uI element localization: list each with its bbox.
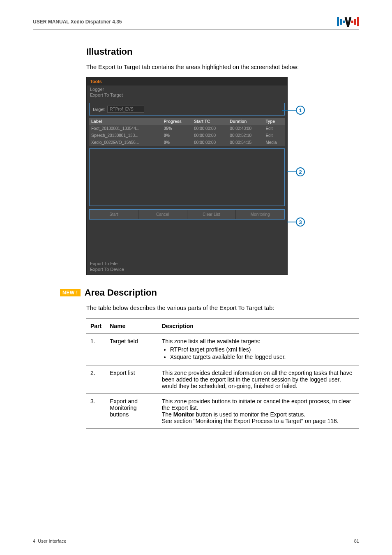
col-duration: Duration: [228, 118, 263, 125]
cell-label: Xedio_0022EVO_15h56...: [89, 139, 161, 146]
desc-line: The: [162, 411, 173, 418]
desc-col-name: Name: [106, 318, 158, 333]
monitor-strong: Monitor: [173, 411, 194, 418]
callout-3-number: 3: [296, 217, 305, 227]
table-row[interactable]: Foot_20130801_133544...35%00:00:00:0000:…: [89, 125, 285, 132]
col-type: Type: [263, 118, 285, 125]
target-label: Target: [92, 107, 105, 112]
table-row[interactable]: Speech_20130801_133...0%00:00:00:0000:02…: [89, 132, 285, 139]
cell-name: Export list: [106, 365, 158, 393]
svg-rect-1: [340, 19, 342, 25]
cell-duration: 00:02:52:10: [228, 132, 263, 139]
page-footer: 4. User Interface 81: [33, 539, 359, 543]
col-label: Label: [89, 118, 161, 125]
area-description-table: Part Name Description 1. Target field Th…: [86, 318, 359, 429]
desc-col-part: Part: [86, 318, 106, 333]
footer-left: 4. User Interface: [33, 539, 66, 543]
svg-rect-0: [337, 17, 339, 26]
cell-duration: 00:02:43:00: [228, 125, 263, 132]
callout-3: 3: [287, 217, 305, 227]
table-row: 3. Export and Monitoring buttons This zo…: [86, 393, 359, 428]
panel-export-to-device[interactable]: Export To Device: [90, 266, 284, 272]
cell-progress: 0%: [161, 132, 192, 139]
export-list-table: Label Progress Start TC Duration Type Fo…: [89, 118, 285, 146]
cell-desc: This zone lists all the available target…: [158, 333, 359, 365]
svg-rect-5: [357, 17, 359, 26]
cell-start: 00:00:00:00: [192, 132, 228, 139]
callout-2: 2: [287, 167, 305, 176]
cell-part: 3.: [86, 393, 106, 428]
footer-right: 81: [354, 539, 359, 543]
callout-1: 1: [282, 106, 305, 115]
table-row[interactable]: Xedio_0022EVO_15h56...0%00:00:00:0000:00…: [89, 139, 285, 146]
target-dropdown[interactable]: RTProf_EVS: [107, 106, 144, 113]
cell-desc: This zone provides buttons to initiate o…: [158, 393, 359, 428]
col-starttc: Start TC: [192, 118, 228, 125]
cell-label: Foot_20130801_133544...: [89, 125, 161, 132]
col-progress: Progress: [161, 118, 192, 125]
header-title: USER MANUAL Xedio Dispatcher 4.35: [33, 19, 122, 25]
clear-list-button[interactable]: Clear List: [187, 210, 236, 219]
cell-start: 00:00:00:00: [192, 125, 228, 132]
table-row: 1. Target field This zone lists all the …: [86, 333, 359, 365]
area-description-intro: The table below describes the various pa…: [86, 304, 359, 312]
svg-rect-2: [343, 21, 345, 23]
cell-start: 00:00:00:00: [192, 139, 228, 146]
target-field-section: Target RTProf_EVS: [89, 103, 285, 116]
callout-1-number: 1: [296, 106, 305, 115]
panel-export-to-file[interactable]: Export To File: [90, 261, 284, 266]
svg-rect-4: [354, 19, 356, 25]
desc-line: button is used to monitor the Export sta…: [194, 411, 305, 418]
new-badge: NEW !: [60, 289, 81, 296]
cell-part: 1.: [86, 333, 106, 365]
evs-logo: [337, 16, 359, 27]
export-list-area: [89, 148, 285, 206]
illustration-intro: The Export to Target tab contains the ar…: [86, 63, 359, 71]
start-button[interactable]: Start: [90, 210, 138, 219]
cell-progress: 0%: [161, 139, 192, 146]
illustration-heading: Illustration: [86, 46, 359, 57]
cell-duration: 00:00:54:15: [228, 139, 263, 146]
tools-header: Tools: [87, 77, 287, 86]
cancel-button[interactable]: Cancel: [138, 210, 187, 219]
desc-line: This zone provides buttons to initiate o…: [162, 398, 351, 411]
bullet: Xsquare targets available for the logged…: [170, 354, 355, 360]
monitoring-button[interactable]: Monitoring: [236, 210, 284, 219]
callout-2-number: 2: [296, 167, 305, 176]
cell-type: Edit: [263, 132, 285, 139]
export-target-screenshot: Tools Logger Export To Target Target RTP…: [86, 77, 288, 275]
cell-name: Target field: [106, 333, 158, 365]
cell-desc: This zone provides detailed information …: [158, 365, 359, 393]
cell-type: Media: [263, 139, 285, 146]
panel-export-to-target[interactable]: Export To Target: [90, 92, 284, 98]
cell-desc-intro: This zone lists all the available target…: [162, 338, 261, 345]
cell-name: Export and Monitoring buttons: [106, 393, 158, 428]
desc-col-description: Description: [158, 318, 359, 333]
svg-rect-3: [351, 21, 353, 23]
table-row: 2. Export list This zone provides detail…: [86, 365, 359, 393]
page-header: USER MANUAL Xedio Dispatcher 4.35: [33, 16, 359, 30]
area-description-heading: Area Description: [85, 287, 157, 298]
cell-part: 2.: [86, 365, 106, 393]
bullet: RTProf target profiles (xml files): [170, 346, 355, 353]
cell-type: Edit: [263, 125, 285, 132]
blank-area: [89, 223, 285, 257]
cell-progress: 35%: [161, 125, 192, 132]
cell-label: Speech_20130801_133...: [89, 132, 161, 139]
panel-logger[interactable]: Logger: [90, 86, 284, 92]
desc-line: See section "Monitoring the Export Proce…: [162, 418, 339, 424]
